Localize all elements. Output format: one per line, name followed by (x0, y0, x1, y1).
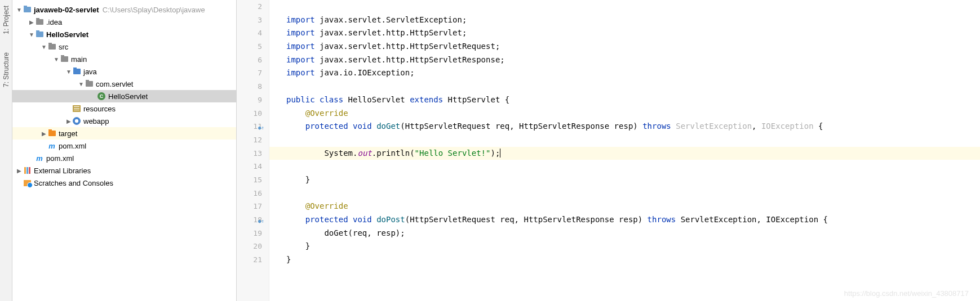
web-icon (72, 116, 81, 125)
gutter-line[interactable]: 19 (237, 227, 262, 240)
code-line[interactable] (286, 0, 980, 14)
code-line[interactable]: import javax.servlet.http.HttpServletRes… (286, 53, 980, 67)
spacer (65, 106, 72, 112)
tree-resources[interactable]: resources (12, 102, 236, 115)
code-line[interactable] (286, 160, 980, 173)
package-icon (85, 79, 94, 88)
tree-java[interactable]: ▼ java (12, 65, 236, 78)
tree-idea[interactable]: ▶ .idea (12, 16, 236, 28)
tree-pom-inner[interactable]: m pom.xml (12, 140, 236, 152)
code-line[interactable]: protected void doPost(HttpServletRequest… (286, 213, 980, 227)
libraries-icon (23, 166, 32, 175)
code-line[interactable]: import javax.servlet.http.HttpServlet; (286, 26, 980, 40)
code-editor[interactable]: 234567891011●↑12131415161718●↑192021 imp… (237, 0, 980, 301)
tree-label: webapp (83, 117, 109, 125)
tree-label: target (59, 129, 77, 138)
tree-scratches[interactable]: Scratches and Consoles (12, 177, 236, 189)
tree-module[interactable]: ▼ HelloServlet (12, 28, 236, 41)
gutter-line[interactable]: 9 (237, 93, 262, 107)
resources-icon (72, 104, 81, 113)
chevron-right-icon[interactable]: ▶ (65, 118, 72, 124)
editor-gutter[interactable]: 234567891011●↑12131415161718●↑192021 (237, 0, 269, 301)
gutter-line[interactable]: 12 (237, 133, 262, 147)
code-line[interactable] (286, 187, 980, 200)
gutter-line[interactable]: 14 (237, 160, 262, 173)
tree-pom-outer[interactable]: m pom.xml (12, 152, 236, 164)
gutter-line[interactable]: 5 (237, 40, 262, 53)
tree-label: java (83, 68, 97, 76)
chevron-right-icon[interactable]: ▶ (16, 168, 23, 174)
chevron-down-icon[interactable]: ▼ (53, 56, 60, 62)
code-line[interactable] (286, 133, 980, 147)
gutter-line[interactable]: 8 (237, 80, 262, 93)
editor-caret (500, 149, 500, 158)
gutter-line[interactable]: 4 (237, 26, 262, 40)
chevron-right-icon[interactable]: ▶ (28, 19, 35, 25)
project-tree[interactable]: ▼ javaweb-02-servlet C:\Users\Splay\Desk… (12, 0, 237, 301)
code-line[interactable]: doGet(req, resp); (286, 227, 980, 240)
source-folder-icon (72, 67, 81, 76)
tool-window-tabs: 1: Project 7: Structure (0, 0, 12, 301)
gutter-line[interactable]: 21 (237, 253, 262, 267)
chevron-down-icon[interactable]: ▼ (65, 69, 72, 75)
tree-target[interactable]: ▶ target (12, 127, 236, 140)
tree-class-helloservlet[interactable]: C HelloServlet (12, 90, 236, 102)
chevron-down-icon[interactable]: ▼ (41, 44, 47, 50)
code-line[interactable]: import javax.servlet.ServletException; (286, 14, 980, 27)
gutter-line[interactable]: 2 (237, 0, 262, 14)
tree-label: resources (83, 105, 116, 113)
tree-label: javaweb-02-servlet (34, 6, 99, 14)
folder-icon (47, 42, 56, 51)
chevron-down-icon[interactable]: ▼ (78, 81, 85, 87)
code-line[interactable] (286, 80, 980, 93)
gutter-line[interactable]: 18●↑ (237, 213, 262, 227)
tree-external-libraries[interactable]: ▶ External Libraries (12, 164, 236, 177)
code-line[interactable]: @Override (286, 200, 980, 213)
code-line[interactable]: import java.io.IOException; (286, 66, 980, 80)
chevron-down-icon[interactable]: ▼ (16, 7, 23, 13)
editor-code-area[interactable]: import javax.servlet.ServletException;im… (269, 0, 980, 301)
code-line[interactable]: } (286, 173, 980, 187)
maven-icon: m (35, 154, 44, 163)
gutter-line[interactable]: 13 (237, 147, 262, 160)
chevron-right-icon[interactable]: ▶ (41, 131, 47, 137)
tree-label: External Libraries (34, 167, 91, 175)
code-line[interactable]: System.out.println("Hello Servlet!"); (269, 147, 980, 160)
tree-path: C:\Users\Splay\Desktop\javawe (103, 6, 205, 14)
gutter-line[interactable]: 6 (237, 53, 262, 67)
gutter-line[interactable]: 16 (237, 187, 262, 200)
watermark: https://blog.csdn.net/weixin_43808717 (844, 289, 969, 298)
tab-project[interactable]: 1: Project (1, 2, 11, 38)
code-line[interactable]: protected void doGet(HttpServletRequest … (286, 120, 980, 133)
scratches-icon (23, 178, 32, 187)
gutter-line[interactable]: 20 (237, 240, 262, 253)
gutter-line[interactable]: 17 (237, 200, 262, 213)
tree-label: main (71, 55, 87, 64)
module-icon (23, 5, 32, 14)
tree-package[interactable]: ▼ com.servlet (12, 78, 236, 90)
tree-webapp[interactable]: ▶ webapp (12, 115, 236, 127)
target-folder-icon (47, 129, 56, 138)
folder-icon (35, 17, 44, 26)
code-line[interactable]: import javax.servlet.http.HttpServletReq… (286, 40, 980, 53)
code-line[interactable]: } (286, 240, 980, 253)
gutter-line[interactable]: 7 (237, 66, 262, 80)
code-line[interactable]: } (286, 253, 980, 267)
gutter-line[interactable]: 10 (237, 107, 262, 120)
gutter-line[interactable]: 15 (237, 173, 262, 187)
tree-label: HelloServlet (46, 30, 88, 39)
code-line[interactable]: @Override (286, 107, 980, 120)
tree-label: src (59, 43, 68, 51)
chevron-down-icon[interactable]: ▼ (28, 32, 35, 38)
tree-label: com.servlet (96, 80, 133, 88)
gutter-line[interactable]: 11●↑ (237, 120, 262, 133)
tree-label: pom.xml (46, 154, 74, 163)
gutter-line[interactable]: 3 (237, 14, 262, 27)
module-icon (35, 30, 44, 39)
tree-root[interactable]: ▼ javaweb-02-servlet C:\Users\Splay\Desk… (12, 3, 236, 16)
tab-structure[interactable]: 7: Structure (1, 49, 11, 91)
class-icon: C (97, 92, 106, 101)
tree-src[interactable]: ▼ src (12, 41, 236, 53)
code-line[interactable]: public class HelloServlet extends HttpSe… (286, 93, 980, 107)
tree-main[interactable]: ▼ main (12, 53, 236, 65)
